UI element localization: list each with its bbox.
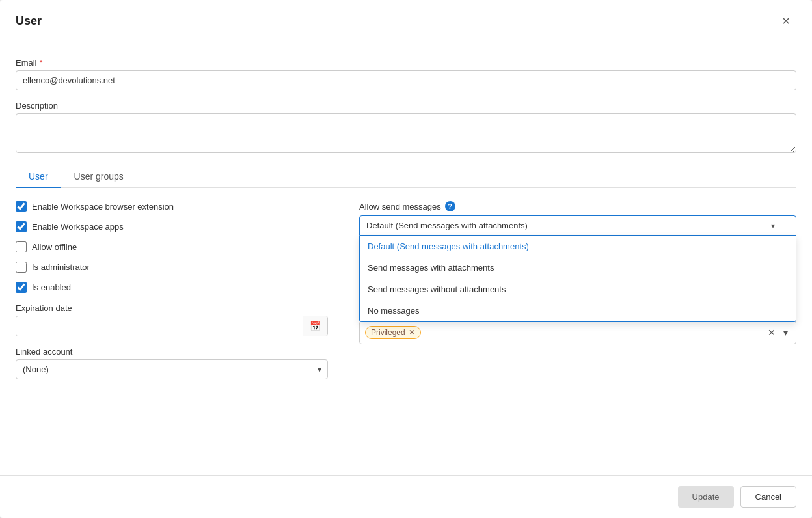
dialog-footer: Update Cancel xyxy=(0,475,812,518)
allow-offline-checkbox[interactable] xyxy=(16,241,27,252)
email-group: Email * xyxy=(16,58,796,90)
send-messages-current-value: Default (Send messages with attachments) xyxy=(366,221,528,230)
tag-privileged: Privileged ✕ xyxy=(365,326,421,339)
tags-chevron-button[interactable]: ▾ xyxy=(781,326,791,339)
right-column: Allow send messages ? Default (Send mess… xyxy=(359,201,796,390)
tab-user-groups[interactable]: User groups xyxy=(61,166,137,188)
calendar-icon: 📅 xyxy=(310,321,321,331)
expiration-input[interactable] xyxy=(16,317,303,336)
send-messages-dropdown-trigger[interactable]: Default (Send messages with attachments)… xyxy=(359,215,796,236)
tag-remove-icon[interactable]: ✕ xyxy=(409,328,415,337)
calendar-button[interactable]: 📅 xyxy=(303,316,327,336)
checkbox-is-administrator: Is administrator xyxy=(16,262,328,273)
checkbox-is-enabled: Is enabled xyxy=(16,282,328,293)
workspace-apps-checkbox[interactable] xyxy=(16,221,27,232)
user-dialog: User × Email * Description User User gro… xyxy=(0,0,812,518)
tags-actions: ✕ ▾ xyxy=(765,326,791,339)
linked-account-label: Linked account xyxy=(16,347,328,357)
linked-account-group: Linked account (None) ▾ xyxy=(16,347,328,379)
tabs-row: User User groups xyxy=(16,166,796,188)
left-column: Enable Workspace browser extension Enabl… xyxy=(16,201,328,390)
allow-send-messages-label: Allow send messages ? xyxy=(359,201,796,211)
dropdown-item-without-attachments[interactable]: Send messages without attachments xyxy=(360,279,796,300)
tab-user[interactable]: User xyxy=(16,166,61,188)
is-administrator-checkbox[interactable] xyxy=(16,262,27,273)
workspace-browser-checkbox[interactable] xyxy=(16,201,27,212)
update-button[interactable]: Update xyxy=(678,486,734,508)
linked-account-wrapper: (None) ▾ xyxy=(16,359,328,379)
email-field[interactable] xyxy=(16,70,796,90)
email-label: Email * xyxy=(16,58,796,68)
dropdown-item-default[interactable]: Default (Send messages with attachments) xyxy=(360,236,796,257)
linked-account-select[interactable]: (None) xyxy=(16,359,328,379)
tab-content: Enable Workspace browser extension Enabl… xyxy=(16,201,796,390)
dialog-title: User xyxy=(16,14,42,28)
workspace-browser-label: Enable Workspace browser extension xyxy=(32,202,174,211)
dialog-body: Email * Description User User groups Ena… xyxy=(0,42,812,459)
tag-privileged-label: Privileged xyxy=(371,328,405,337)
allow-send-messages-group: Allow send messages ? Default (Send mess… xyxy=(359,201,796,236)
dropdown-item-with-attachments[interactable]: Send messages with attachments xyxy=(360,257,796,279)
help-icon[interactable]: ? xyxy=(445,201,455,211)
is-administrator-label: Is administrator xyxy=(32,262,90,272)
description-group: Description xyxy=(16,101,796,156)
expiration-wrapper: 📅 xyxy=(16,316,328,336)
send-messages-dropdown: Default (Send messages with attachments)… xyxy=(359,236,796,322)
checkbox-allow-offline: Allow offline xyxy=(16,241,328,252)
cancel-button[interactable]: Cancel xyxy=(740,486,796,508)
workspace-apps-label: Enable Workspace apps xyxy=(32,222,124,232)
dialog-header: User × xyxy=(0,0,812,42)
expiration-label: Expiration date xyxy=(16,303,328,313)
tags-clear-button[interactable]: ✕ xyxy=(765,326,778,339)
description-label: Description xyxy=(16,101,796,111)
expiration-group: Expiration date 📅 xyxy=(16,303,328,336)
is-enabled-label: Is enabled xyxy=(32,282,71,292)
chevron-down-icon: ▾ xyxy=(771,221,775,230)
checkbox-workspace-browser: Enable Workspace browser extension xyxy=(16,201,328,212)
checkbox-workspace-apps: Enable Workspace apps xyxy=(16,221,328,232)
dropdown-item-no-messages[interactable]: No messages xyxy=(360,300,796,321)
is-enabled-checkbox[interactable] xyxy=(16,282,27,293)
required-indicator: * xyxy=(40,58,43,68)
tags-field[interactable]: Privileged ✕ ✕ ▾ xyxy=(359,321,796,344)
allow-offline-label: Allow offline xyxy=(32,242,77,252)
description-field[interactable] xyxy=(16,113,796,153)
close-button[interactable]: × xyxy=(776,10,796,31)
send-messages-select-wrapper: Default (Send messages with attachments)… xyxy=(359,215,796,236)
